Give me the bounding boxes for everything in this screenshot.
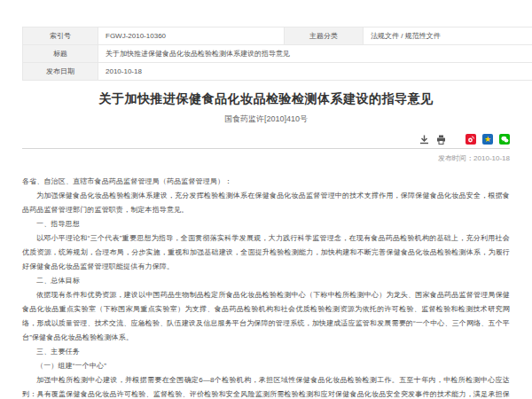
index-number-value: FGWJ-2010-10360 bbox=[98, 27, 285, 45]
paragraph: 以邓小平理论和“三个代表”重要思想为指导，全面贯彻落实科学发展观，大力践行科学监… bbox=[22, 231, 510, 274]
document-number: 国食药监许[2010]410号 bbox=[22, 113, 510, 125]
subject-category-value: 法规文件 / 规范性文件 bbox=[364, 27, 532, 45]
weibo-share-icon[interactable] bbox=[466, 134, 476, 145]
sub-section-heading: （一）组建“一个中心” bbox=[22, 359, 510, 373]
qzone-share-icon[interactable]: ★ bbox=[482, 134, 493, 145]
print-icon[interactable] bbox=[435, 134, 446, 145]
wechat-share-icon[interactable] bbox=[499, 134, 510, 145]
paragraph: 依据现有条件和优势资源，建设以中国药品生物制品检定所食品化妆品检验检测中心（下称… bbox=[22, 288, 510, 345]
table-row: 标题 关于加快推进保健食品化妆品检验检测体系建设的指导意见 bbox=[23, 45, 532, 63]
table-row: 索引号 FGWJ-2010-10360 主题分类 法规文件 / 规范性文件 bbox=[23, 27, 532, 45]
meta-info-table: 索引号 FGWJ-2010-10360 主题分类 法规文件 / 规范性文件 标题… bbox=[22, 27, 532, 81]
document-page: 索引号 FGWJ-2010-10360 主题分类 法规文件 / 规范性文件 标题… bbox=[22, 0, 510, 399]
section-heading-3: 三、主要任务 bbox=[22, 345, 510, 359]
title-label: 标题 bbox=[23, 45, 98, 63]
title-value: 关于加快推进保健食品化妆品检验检测体系建设的指导意见 bbox=[98, 45, 532, 63]
paragraph: 加强中检所检测中心建设，并根据需要在全国确定6—8个检验机构，承担区域性保健食品… bbox=[22, 373, 510, 399]
section-heading-1: 一、指导思想 bbox=[22, 217, 510, 231]
table-row: 发布日期 2010-10-18 bbox=[23, 63, 532, 81]
section-heading-2: 二、总体目标 bbox=[22, 274, 510, 288]
subject-category-label: 主题分类 bbox=[285, 27, 364, 45]
paragraph: 为加强保健食品化妆品检验检测体系建设，充分发挥检验检测体系在保健食品化妆品监督管… bbox=[22, 189, 510, 217]
index-number-label: 索引号 bbox=[23, 27, 98, 45]
download-icon[interactable] bbox=[419, 134, 429, 145]
toolbar: ★ bbox=[22, 132, 510, 149]
article-body: 各省、自治区、直辖市食品药品监督管理局（药品监督管理局）： 为加强保健食品化妆品… bbox=[22, 175, 510, 399]
page-title: 关于加快推进保健食品化妆品检验检测体系建设的指导意见 bbox=[22, 91, 510, 107]
publish-date-value: 2010-10-18 bbox=[98, 63, 532, 81]
publish-time: 发布时间：2010-10-18 bbox=[22, 153, 510, 162]
publish-date-label: 发布日期 bbox=[23, 63, 98, 81]
salutation-line: 各省、自治区、直辖市食品药品监督管理局（药品监督管理局）： bbox=[22, 175, 510, 189]
